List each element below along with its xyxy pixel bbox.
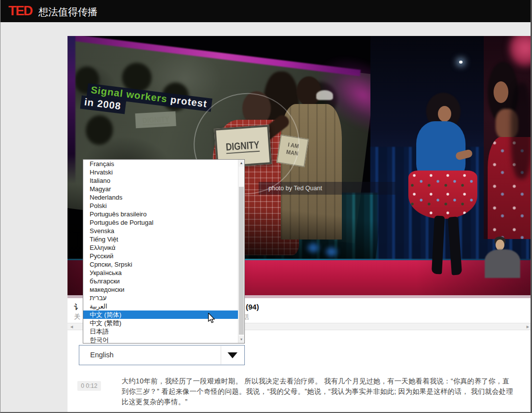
transcript-timestamp[interactable]: 0 0:12 [77,381,101,391]
language-option[interactable]: български [83,277,238,285]
scroll-left-icon[interactable]: ◄ [69,324,74,330]
language-option[interactable]: македонски [83,285,238,294]
language-option[interactable]: Svenska [83,227,238,235]
speaker-face [438,106,451,122]
scrollbar-thumb[interactable] [239,187,244,335]
language-option[interactable]: Português de Portugal [83,218,238,227]
top-nav-bar: TED 想法值得传播 [0,0,532,22]
language-select[interactable]: English [79,345,245,365]
language-option[interactable]: Српски, Srpski [83,260,238,269]
language-dropdown[interactable]: FrançaisHrvatskiItalianoMagyarNederlands… [83,159,245,344]
scroll-right-icon[interactable]: ► [526,324,530,330]
language-option[interactable]: Magyar [83,185,238,193]
transcript-text: 大约10年前，我经历了一段艰难时期。 所以我决定去看治疗师。 我有几个月见过她，… [122,376,513,407]
stage-left-edge [67,36,75,184]
language-select-value: English [90,351,114,359]
spotlight [459,61,463,64]
language-option[interactable]: Italiano [83,176,238,185]
speaker-figure [407,93,486,275]
floor-monitor-light [325,247,338,257]
language-option[interactable]: 한국어 [83,336,238,343]
language-option[interactable]: Tiếng Việt [83,235,238,243]
projection-face [494,81,508,103]
language-option[interactable]: Русский [83,252,238,260]
language-option[interactable]: Hrvatski [83,168,238,176]
protester-head [297,76,321,106]
speaker-boot [448,216,462,275]
projection-shadow [511,83,532,179]
audience-member [479,236,523,280]
language-option[interactable]: 日本語 [83,327,238,336]
dropdown-scrollbar[interactable]: ▲ ▼ [238,160,244,343]
ted-logo[interactable]: TED [8,3,32,19]
language-option[interactable]: עברית [83,294,238,302]
language-option[interactable]: Português brasileiro [83,210,238,218]
language-option[interactable]: Français [83,160,238,168]
scroll-down-icon[interactable]: ▼ [238,336,244,343]
language-option[interactable]: Ελληνικά [83,243,238,252]
language-option[interactable]: Українська [83,269,238,277]
comments-heading-fragment: 讠 [74,303,82,312]
crowd-silhouette [84,114,115,146]
language-option[interactable]: Nederlands [83,193,238,202]
photo-credit: photo by Ted Quant [259,182,396,195]
floor-monitor-light [307,243,320,253]
dropdown-arrow-icon[interactable] [228,352,237,358]
language-option[interactable]: Polski [83,202,238,210]
speaker-projection-screen [484,36,532,239]
mouse-cursor-icon [207,313,216,326]
projection-pink-glow [509,36,532,67]
hard-hat [316,90,333,100]
site-tagline: 想法值得传播 [38,5,98,19]
language-option[interactable]: العربية [83,302,238,310]
scroll-up-icon[interactable]: ▲ [238,160,244,167]
speaker-dress [408,171,477,219]
comments-count: (94) [246,303,259,311]
subheading-fragment: 关 [74,312,82,321]
speaker-boot [432,216,445,275]
